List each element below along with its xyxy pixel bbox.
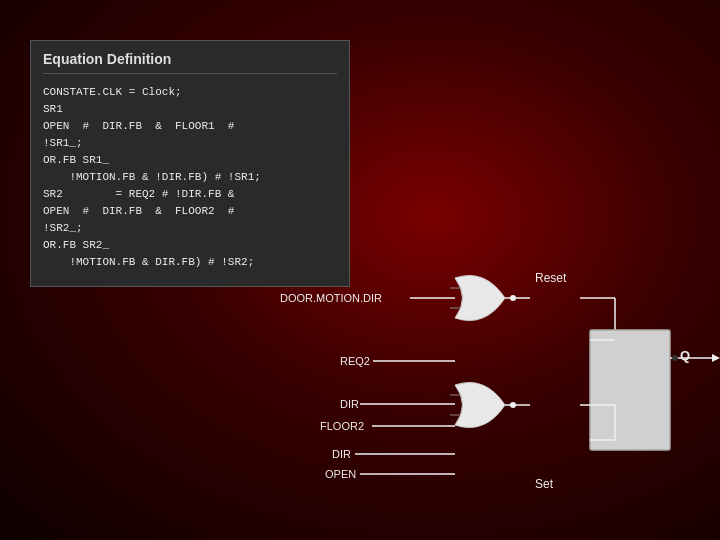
- req2-label: REQ2: [340, 355, 370, 367]
- svg-point-9: [510, 295, 516, 301]
- q-output-label: Q: [680, 348, 690, 363]
- svg-marker-19: [712, 354, 720, 362]
- door-motion-dir-label: DOOR.MOTION.DIR: [280, 292, 382, 304]
- set-label: Set: [535, 477, 554, 491]
- equation-title: Equation Definition: [43, 51, 337, 74]
- sr-latch: [590, 330, 670, 450]
- svg-point-15: [510, 402, 516, 408]
- logic-diagram: DOOR.MOTION.DIR REQ2 DIR FLOOR2 DIR OPEN…: [280, 230, 720, 520]
- floor2-label: FLOOR2: [320, 420, 364, 432]
- or-gate-top: [450, 276, 530, 321]
- svg-point-17: [672, 355, 678, 361]
- dir-label: DIR: [340, 398, 359, 410]
- open-label: OPEN: [325, 468, 356, 480]
- or-gate-bottom: [450, 383, 530, 428]
- dir-open-label1: DIR: [332, 448, 351, 460]
- reset-label: Reset: [535, 271, 567, 285]
